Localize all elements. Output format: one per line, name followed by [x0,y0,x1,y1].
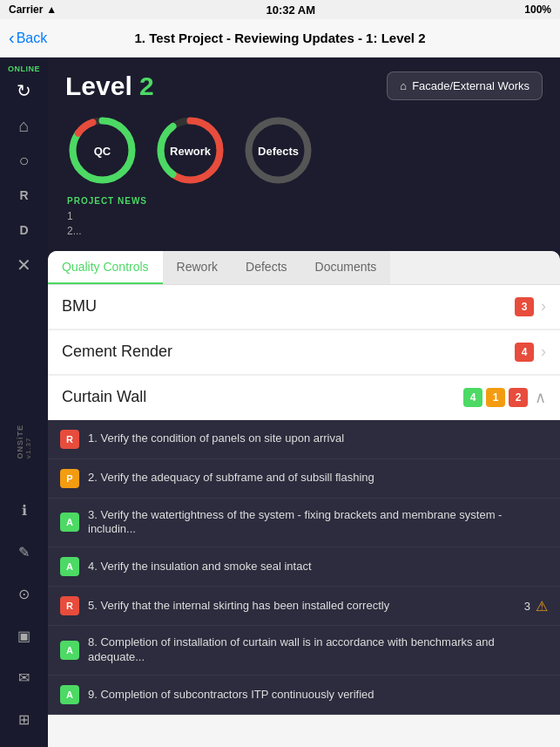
rework-donut-container: Rework [153,113,227,187]
sidebar-edit-icon[interactable]: ✎ [9,536,40,567]
tab-panel: Quality Controls Rework Defects Document… [48,251,560,747]
rework-label: Rework [170,144,211,157]
rework-donut: Rework [153,113,227,187]
sub-item-4[interactable]: A 4. Verify the insulation and smoke sea… [48,547,560,587]
bmu-chevron-icon: › [541,297,546,316]
sidebar-qr-icon[interactable]: ⊞ [9,703,40,735]
curtain-wall-section: Curtain Wall 4 1 2 ∧ R 1. Verify the con… [48,376,560,716]
sidebar-camera-icon[interactable]: ⊙ [9,578,40,609]
sidebar-report-icon[interactable]: R [9,180,40,211]
curtain-wall-badge-red: 2 [509,388,528,407]
sub-item-8[interactable]: A 8. Completion of installation of curta… [48,626,560,676]
sub-item-9-badge: A [60,685,79,704]
defects-donut-container: Defects [241,113,315,187]
project-news-title: PROJECT NEWS [67,196,541,206]
sub-item-3-badge: A [60,513,79,532]
tab-quality-controls[interactable]: Quality Controls [48,251,163,284]
sub-item-4-badge: A [60,557,79,576]
back-button[interactable]: ‹ Back [9,28,47,48]
sidebar-mail-icon[interactable]: ✉ [9,662,40,693]
main-content: Level 2 [48,58,560,747]
dashboard-header: Level 2 [48,58,560,248]
status-time: 10:32 AM [266,3,315,17]
level-number: 2 [139,71,154,100]
sub-item-1[interactable]: R 1. Verify the condition of panels on s… [48,420,560,459]
wifi-icon: ▲ [46,3,57,16]
dashboard-left: Level 2 [65,71,315,187]
carrier-label: Carrier [9,3,43,16]
nav-title: 1. Test Project - Reviewing Updates - 1:… [135,31,426,45]
curtain-wall-badge-yellow: 1 [486,388,505,407]
level-label: Level [65,71,132,100]
facility-label: Facade/External Works [412,79,530,92]
sidebar-search-icon[interactable]: ○ [9,145,40,176]
curtain-wall-badge-green: 4 [463,388,482,407]
sub-item-2-badge: P [60,469,79,488]
sidebar: ONLINE ↻ ⌂ ○ R D ✕ ONSiTE v1.37 ℹ ✎ ⊙ ▣ … [0,58,48,747]
curtain-wall-header[interactable]: Curtain Wall 4 1 2 ∧ [48,376,560,420]
dashboard-right: ⌂ Facade/External Works [387,71,543,100]
app-label: ONSiTE v1.37 [16,424,33,459]
cement-render-title: Cement Render [62,343,511,361]
level-title: Level 2 [65,71,315,101]
tab-documents[interactable]: Documents [301,251,391,284]
sub-item-1-text: 1. Verify the condition of panels on sit… [88,431,548,446]
nav-bar: ‹ Back 1. Test Project - Reviewing Updat… [0,19,560,58]
sub-item-9[interactable]: A 9. Completion of subcontractors ITP co… [48,676,560,715]
sub-item-2[interactable]: P 2. Verify the adequacy of subframe and… [48,459,560,499]
bmu-header[interactable]: BMU 3 › [48,285,560,329]
sub-item-2-text: 2. Verify the adequacy of subframe and o… [88,471,548,486]
sub-item-5[interactable]: R 5. Verify that the internal skirting h… [48,587,560,626]
sidebar-sync-icon[interactable]: ↻ [9,75,40,106]
sub-item-5-text: 5. Verify that the internal skirting has… [88,599,524,614]
sub-item-5-badge: R [60,596,79,615]
tab-rework[interactable]: Rework [163,251,232,284]
cement-render-header[interactable]: Cement Render 4 › [48,330,560,375]
defects-donut: Defects [241,113,315,187]
sidebar-home-icon[interactable]: ⌂ [9,110,40,141]
bmu-title: BMU [62,297,511,316]
project-news-content: 12... [67,209,541,239]
sub-item-3-text: 3. Verify the watertightness of the syst… [88,508,548,538]
sub-item-9-text: 9. Completion of subcontractors ITP cont… [88,688,548,703]
facility-button[interactable]: ⌂ Facade/External Works [387,71,543,100]
status-right: 100% [524,3,551,16]
sidebar-info-icon[interactable]: ℹ [9,494,40,526]
cement-render-badge: 4 [515,343,534,362]
curtain-wall-title: Curtain Wall [62,388,460,406]
donut-row: QC Rework [65,113,315,187]
sub-item-3[interactable]: A 3. Verify the watertightness of the sy… [48,499,560,548]
curtain-wall-sub-items: R 1. Verify the condition of panels on s… [48,420,560,716]
sub-item-1-badge: R [60,430,79,449]
qc-donut: QC [65,113,139,187]
facility-home-icon: ⌂ [400,79,407,92]
dashboard-top: Level 2 [65,71,543,187]
bmu-badge: 3 [515,297,534,316]
tabs: Quality Controls Rework Defects Document… [48,251,560,285]
sidebar-document-icon[interactable]: D [9,214,40,246]
cement-render-chevron-icon: › [541,343,546,361]
sidebar-bottom-icons: ℹ ✎ ⊙ ▣ ✉ ⊞ [9,494,40,747]
sub-item-5-count: 3 [524,600,530,613]
sidebar-tools-icon[interactable]: ✕ [9,249,40,281]
list-container[interactable]: BMU 3 › Cement Render 4 › Curtain Wall 4 [48,285,560,747]
project-news: PROJECT NEWS 12... [65,196,543,239]
qc-donut-container: QC [65,113,139,187]
status-left: Carrier ▲ [9,3,57,16]
qc-label: QC [94,144,111,157]
tab-defects[interactable]: Defects [232,251,300,284]
bmu-section: BMU 3 › [48,285,560,330]
sub-item-5-warning-icon: ⚠ [536,598,548,615]
sub-item-8-text: 8. Completion of installation of curtain… [88,635,548,665]
battery-label: 100% [524,3,551,16]
defects-label: Defects [258,144,299,157]
sidebar-image-icon[interactable]: ▣ [9,620,40,651]
curtain-wall-chevron-icon: ∧ [535,388,546,407]
back-label: Back [17,31,48,46]
online-status: ONLINE [8,65,40,73]
sub-item-8-badge: A [60,641,79,660]
cement-render-section: Cement Render 4 › [48,330,560,376]
back-chevron-icon: ‹ [9,28,15,48]
status-bar: Carrier ▲ 10:32 AM 100% [0,0,560,19]
sub-item-4-text: 4. Verify the insulation and smoke seal … [88,560,548,574]
